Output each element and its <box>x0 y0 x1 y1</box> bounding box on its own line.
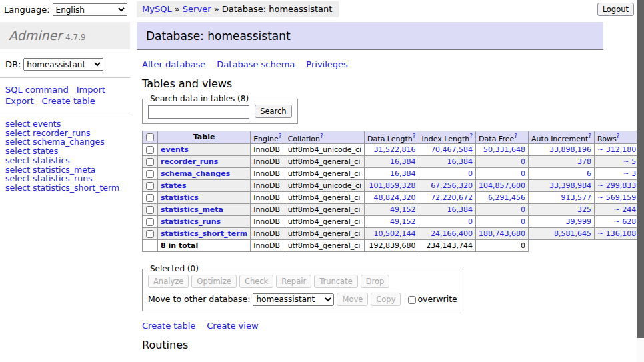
auto-increment-cell: 33,898,196 <box>529 144 595 156</box>
collation-cell: utf8mb4_general_ci <box>285 204 364 216</box>
search-fieldset: Search data in tables (8) Search <box>142 94 298 124</box>
search-input[interactable] <box>148 105 249 119</box>
help-link[interactable]: ? <box>514 133 517 139</box>
link-database-schema[interactable]: Database schema <box>217 59 295 69</box>
search-button[interactable]: Search <box>255 105 292 118</box>
data-free-cell: 0 <box>476 204 529 216</box>
table-row: schema_changesInnoDButf8mb4_general_ci16… <box>143 168 644 180</box>
link-create-table[interactable]: Create table <box>142 321 195 331</box>
table-link-statistics-runs[interactable]: statistics_runs <box>161 217 221 226</box>
table-head: TableEngine?Collation?Data Length?Index … <box>143 131 644 144</box>
help-link[interactable]: ? <box>320 133 323 139</box>
table-link-schema-changes[interactable]: schema_changes <box>161 169 230 178</box>
overwrite-checkbox[interactable] <box>408 296 416 304</box>
data-free-cell: 50,331,648 <box>476 144 529 156</box>
table-link-events[interactable]: events <box>161 145 189 154</box>
sidebar-item-select-statistics-runs[interactable]: select statistics_runs <box>5 174 125 183</box>
breadcrumb-item-mysql[interactable]: MySQL <box>142 4 172 14</box>
tables-heading: Tables and views <box>142 77 603 90</box>
sidebar-tables-list: select eventsselect recorder_runsselect … <box>5 119 125 193</box>
row-checkbox-recorder-runs[interactable] <box>146 158 154 166</box>
data-free-cell: 6,291,456 <box>476 192 529 204</box>
analyze-button[interactable]: Analyze <box>148 275 189 288</box>
row-checkbox-statistics-runs[interactable] <box>146 218 154 226</box>
help-link[interactable]: ? <box>413 133 416 139</box>
row-checkbox-statistics-meta[interactable] <box>146 206 154 214</box>
table-link-statistics-short-term[interactable]: statistics_short_term <box>161 229 247 238</box>
table-link-statistics-meta[interactable]: statistics_meta <box>161 205 223 214</box>
help-link[interactable]: ? <box>469 133 473 139</box>
check-button[interactable]: Check <box>239 275 273 288</box>
index-length-cell: 70,467,584 <box>419 144 476 156</box>
rows-cell: ~ 3 <box>595 168 639 180</box>
breadcrumb-item-server[interactable]: Server <box>183 4 211 14</box>
sidebar-action-create-table[interactable]: Create table <box>42 96 95 106</box>
row-checkbox-cell <box>143 168 158 180</box>
repair-button[interactable]: Repair <box>276 275 311 288</box>
data-length-cell: 16,384 <box>365 156 419 168</box>
move-db-select[interactable]: homeassistant <box>253 293 334 306</box>
help-link[interactable]: ? <box>617 133 620 139</box>
language-select[interactable]: English <box>53 3 127 16</box>
column-header-rows: Rows? <box>595 131 639 144</box>
data-length-cell: 31,522,816 <box>365 144 419 156</box>
optimize-button[interactable]: Optimize <box>191 275 237 288</box>
copy-button[interactable]: Copy <box>371 293 401 306</box>
row-checkbox-statistics-short-term[interactable] <box>146 230 154 238</box>
engine-cell: InnoDB <box>251 216 285 228</box>
engine-cell: InnoDB <box>251 204 285 216</box>
auto-increment-cell: 39,999 <box>529 216 595 228</box>
language-form: Language:English <box>4 3 127 16</box>
table-name-cell: statistics <box>158 192 251 204</box>
sidebar-action-import[interactable]: Import <box>77 85 105 95</box>
auto-increment-cell: 8,581,645 <box>529 228 595 240</box>
link-alter-database[interactable]: Alter database <box>142 59 205 69</box>
table-link-statistics[interactable]: statistics <box>161 193 199 202</box>
rows-cell: ~ 628 <box>595 216 639 228</box>
sidebar-item-select-recorder-runs[interactable]: select recorder_runs <box>5 129 125 138</box>
link-create-view[interactable]: Create view <box>207 321 258 331</box>
app-logo[interactable]: Adminer <box>9 28 62 43</box>
sidebar-action-sql-command[interactable]: SQL command <box>5 85 69 95</box>
select-all-checkbox[interactable] <box>146 133 154 141</box>
scrollbar-thumb[interactable] <box>637 0 644 338</box>
help-link[interactable]: ? <box>588 133 591 139</box>
overwrite-label[interactable]: overwrite <box>407 294 457 304</box>
sidebar-item-select-events[interactable]: select events <box>5 119 125 129</box>
move-button[interactable]: Move <box>337 293 368 306</box>
drop-button[interactable]: Drop <box>361 275 390 288</box>
link-privileges[interactable]: Privileges <box>306 59 348 69</box>
help-sup: ? <box>413 132 416 139</box>
main-content: Database: homeassistant Alter databaseDa… <box>137 22 603 362</box>
sidebar-divider <box>0 113 130 113</box>
sidebar-item-select-statistics-short-term[interactable]: select statistics_short_term <box>5 183 125 193</box>
breadcrumb: MySQL » Server » Database: homeassistant <box>137 1 339 17</box>
sidebar-item-select-states[interactable]: select states <box>5 147 125 156</box>
column-header-label: Collation <box>288 134 320 143</box>
row-checkbox-states[interactable] <box>146 182 154 190</box>
sidebar-item-select-statistics[interactable]: select statistics <box>5 156 125 165</box>
row-checkbox-schema-changes[interactable] <box>146 170 154 178</box>
total-checkbox-cell <box>143 240 158 252</box>
index-length-cell: 24,166,400 <box>419 228 476 240</box>
table-link-recorder-runs[interactable]: recorder_runs <box>161 157 218 166</box>
sidebar-item-select-schema-changes[interactable]: select schema_changes <box>5 137 125 147</box>
sidebar-item-select-statistics-meta[interactable]: select statistics_meta <box>5 165 125 175</box>
help-sup: ? <box>514 132 517 139</box>
db-select[interactable]: homeassistant <box>23 58 103 71</box>
collation-cell: utf8mb4_general_ci <box>285 168 364 180</box>
data-free-cell: 0 <box>476 168 529 180</box>
index-length-cell: 0 <box>419 216 476 228</box>
table-header-row: TableEngine?Collation?Data Length?Index … <box>143 131 644 144</box>
help-link[interactable]: ? <box>279 133 282 139</box>
table-link-states[interactable]: states <box>161 181 187 190</box>
logout-button[interactable]: Logout <box>597 3 634 16</box>
rows-cell: ~ 569,159 <box>595 192 639 204</box>
sidebar-action-export[interactable]: Export <box>5 96 34 106</box>
table-row: statistics_short_termInnoDButf8mb4_gener… <box>143 228 644 240</box>
row-checkbox-statistics[interactable] <box>146 194 154 202</box>
truncate-button[interactable]: Truncate <box>314 275 358 288</box>
table-row: eventsInnoDButf8mb4_unicode_ci31,522,816… <box>143 144 644 156</box>
row-checkbox-events[interactable] <box>146 146 154 154</box>
page-title: Database: homeassistant <box>137 22 603 50</box>
